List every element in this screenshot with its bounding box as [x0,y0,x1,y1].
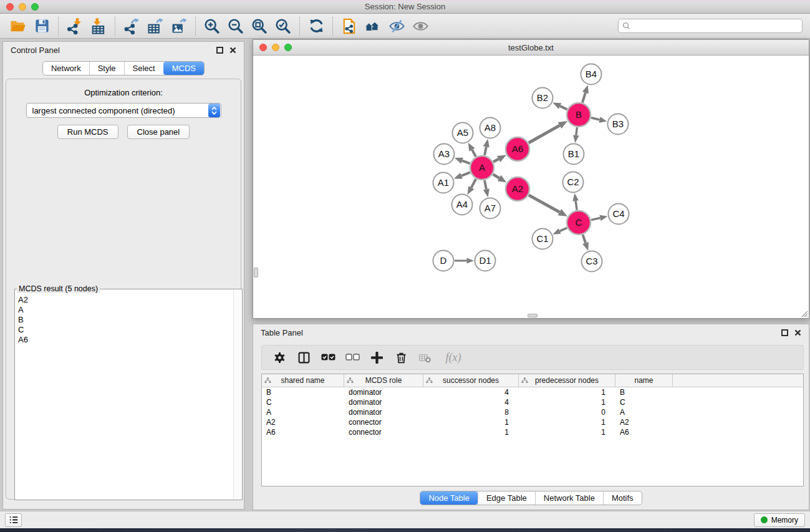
minimize-network-window-button[interactable] [272,44,279,51]
graph-node-A3[interactable]: A3 [434,144,455,165]
memory-button[interactable]: Memory [754,513,805,527]
graph-node-B2[interactable]: B2 [533,88,553,109]
hide-selected-button[interactable] [385,16,408,37]
graph-node-A8[interactable]: A8 [480,118,501,138]
export-image-button[interactable] [167,16,191,37]
tab-style[interactable]: Style [89,62,124,75]
add-row-button[interactable] [369,350,384,365]
zoom-selected-button[interactable] [271,16,295,37]
tab-motifs[interactable]: Motifs [603,491,642,505]
graph-node-D[interactable]: D [433,251,454,271]
column-header-successor-nodes[interactable]: successor nodes [423,374,519,387]
column-header-predecessor-nodes[interactable]: predecessor nodes [519,374,615,387]
graph-node-A4[interactable]: A4 [452,195,473,215]
open-session-button[interactable] [6,16,30,37]
save-session-button[interactable] [30,16,54,37]
graph-node-C1[interactable]: C1 [533,229,553,249]
graph-edge-A-A3[interactable] [455,158,470,164]
graph-node-D1[interactable]: D1 [475,251,496,271]
graph-edge-B-B1[interactable] [573,127,579,143]
graph-edge-A2-C[interactable] [529,195,567,216]
float-panel-button[interactable] [216,47,223,54]
network-canvas[interactable]: B4B2BB3A8A5A6A3B1AC2A1A2A4A7C4CC1C3DD1 [253,56,809,318]
table-row-C[interactable]: Cdominator41C [262,397,803,407]
zoom-in-button[interactable] [200,16,224,37]
home-view-button[interactable] [361,16,385,37]
graph-edge-A-A8[interactable] [483,139,489,155]
column-header-MCDS-role[interactable]: MCDS role [344,374,423,387]
table-row-B[interactable]: Bdominator41B [262,387,803,397]
graph-node-A[interactable]: A [470,156,494,180]
graph-edge-C-C4[interactable] [591,215,607,221]
graph-node-C4[interactable]: C4 [609,204,629,225]
tab-mcds[interactable]: MCDS [163,62,204,75]
close-panel-icon-button[interactable] [229,47,236,54]
table-row-A6[interactable]: A6connector11A6 [262,427,803,437]
graph-node-C2[interactable]: C2 [563,172,584,193]
mcds-result-item[interactable]: A [16,305,233,315]
result-list-scrollbar[interactable] [233,290,241,499]
close-window-button[interactable] [6,3,14,11]
network-from-file-button[interactable] [337,16,361,37]
graph-node-B3[interactable]: B3 [608,114,629,135]
graph-edge-A-A4[interactable] [468,179,476,195]
graph-edge-A-A1[interactable] [454,172,470,178]
tab-edge-table[interactable]: Edge Table [478,491,535,505]
minimize-window-button[interactable] [19,3,26,11]
select-all-button[interactable] [321,350,335,365]
graph-edge-C-C3[interactable] [582,235,589,251]
float-table-panel-button[interactable] [781,329,788,336]
graph-node-A2[interactable]: A2 [506,177,529,201]
refresh-view-button[interactable] [304,16,328,37]
zoom-out-button[interactable] [224,16,248,37]
graph-edge-B-B3[interactable] [591,117,607,122]
mcds-result-item[interactable]: B [16,315,233,325]
close-table-panel-button[interactable] [794,329,801,336]
graph-node-A6[interactable]: A6 [506,137,529,161]
graph-node-A5[interactable]: A5 [453,123,473,143]
optimization-criterion-select[interactable]: largest connected component (directed) [26,103,221,118]
task-history-button[interactable] [5,513,22,527]
resize-grip[interactable] [799,309,808,317]
import-table-button[interactable] [87,16,110,37]
graph-edge-A-A2[interactable] [493,175,507,183]
table-row-A2[interactable]: A2connector11A2 [262,417,803,427]
graph-node-C[interactable]: C [567,211,591,235]
graph-node-A1[interactable]: A1 [433,173,454,193]
graph-edge-D-D1[interactable] [455,258,474,264]
table-settings-button[interactable] [272,350,287,365]
deselect-all-button[interactable] [345,350,360,365]
graph-node-B4[interactable]: B4 [581,64,602,85]
tab-network-table[interactable]: Network Table [535,491,603,505]
delete-row-button[interactable] [393,350,408,365]
export-network-button[interactable] [120,16,143,37]
show-columns-button[interactable] [296,350,311,365]
horizontal-scroll-thumb[interactable] [528,314,538,317]
column-header-shared-name[interactable]: shared name [262,374,344,387]
graph-edge-B-B4[interactable] [582,85,589,102]
mcds-result-item[interactable]: A6 [16,335,233,345]
graph-edge-A-A5[interactable] [468,143,476,157]
mcds-result-item[interactable]: A2 [16,295,233,305]
graph-edge-C-C2[interactable] [572,193,579,210]
run-mcds-button[interactable]: Run MCDS [57,125,118,139]
tab-network[interactable]: Network [43,62,89,75]
table-row-A[interactable]: Adominator80A [262,407,803,417]
show-all-button[interactable] [408,16,432,37]
close-network-window-button[interactable] [259,44,267,51]
export-table-button[interactable] [143,16,167,37]
close-panel-button[interactable]: Close panel [127,125,190,139]
column-header-name[interactable]: name [615,374,673,387]
graph-node-C3[interactable]: C3 [582,251,602,272]
graph-edge-A6-B[interactable] [529,121,567,143]
graph-node-B1[interactable]: B1 [564,144,584,165]
mcds-result-item[interactable]: C [16,325,233,335]
graph-edge-A-A7[interactable] [483,180,489,197]
import-network-button[interactable] [63,16,87,37]
graph-edge-C-C1[interactable] [552,228,567,234]
graph-edge-B-B2[interactable] [552,103,567,110]
vertical-scroll-thumb[interactable] [254,268,258,278]
search-input[interactable] [633,22,798,31]
tab-select[interactable]: Select [124,62,163,75]
graph-node-B[interactable]: B [567,103,591,127]
